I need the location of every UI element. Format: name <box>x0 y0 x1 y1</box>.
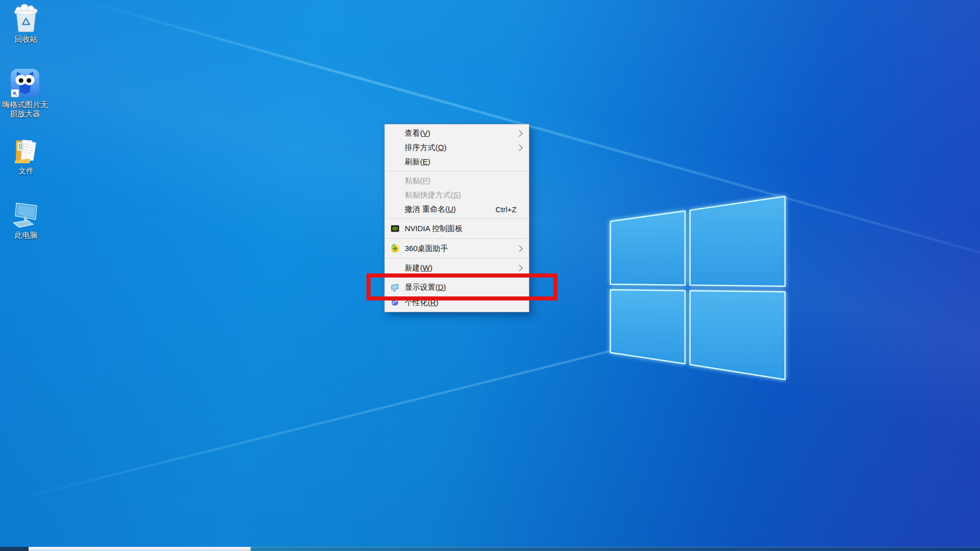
recycle-bin-icon <box>13 4 39 33</box>
shortcut-text: Ctrl+Z <box>496 205 517 214</box>
menu-separator <box>386 218 527 219</box>
menu-item-paste: 粘贴(P) <box>385 173 529 188</box>
menu-item-360-desktop-assistant[interactable]: 360桌面助手 <box>385 241 529 256</box>
menu-item-view[interactable]: 查看(V) <box>385 126 529 140</box>
desktop-icon-files-folder[interactable]: 文件 <box>1 137 51 176</box>
submenu-chevron-icon <box>516 265 523 271</box>
menu-separator <box>386 258 527 259</box>
folder-icon <box>14 137 38 164</box>
menu-item-paste-shortcut: 粘贴快捷方式(S) <box>385 188 529 202</box>
bottom-edge-teal-segment <box>251 547 980 551</box>
menu-separator <box>386 238 527 239</box>
menu-separator <box>386 171 527 171</box>
submenu-chevron-icon <box>516 245 523 252</box>
menu-item-undo-rename[interactable]: 撤消 重命名(U) Ctrl+Z <box>385 202 529 216</box>
icon-label: 文件 <box>18 166 34 176</box>
icon-label: 回收站 <box>15 35 38 44</box>
shortcut-arrow-overlay <box>11 89 18 97</box>
desktop-icon-hi-format-enlarger[interactable]: 嗨格式图片无 损放大器 <box>0 68 50 118</box>
icon-label: 此电脑 <box>15 231 38 240</box>
owl-app-icon <box>10 68 40 98</box>
nvidia-icon <box>390 224 400 233</box>
menu-item-refresh[interactable]: 刷新(E) <box>385 155 529 169</box>
icon-label-line2: 损放大器 <box>10 109 40 118</box>
desktop-icon-this-pc[interactable]: 此电脑 <box>1 202 51 240</box>
desktop-icon-recycle-bin[interactable]: 回收站 <box>1 4 51 44</box>
360-desktop-assistant-icon <box>390 244 400 253</box>
this-pc-icon <box>12 202 40 229</box>
menu-item-sort-by[interactable]: 排序方式(O) <box>385 140 529 155</box>
bottom-edge-light-segment <box>29 547 251 551</box>
desktop-wallpaper: 回收站 嗨格式图片无 损放大器 <box>0 0 980 551</box>
icon-label-line1: 嗨格式图片无 <box>2 100 48 109</box>
menu-item-new[interactable]: 新建(W) <box>385 261 529 275</box>
submenu-chevron-icon <box>516 130 523 137</box>
menu-item-nvidia-control-panel[interactable]: NVIDIA 控制面板 <box>385 221 529 236</box>
submenu-chevron-icon <box>516 144 523 151</box>
red-highlight-rectangle <box>366 273 557 300</box>
floor-ray <box>0 343 639 508</box>
bottom-edge-dark-segment <box>0 547 29 551</box>
